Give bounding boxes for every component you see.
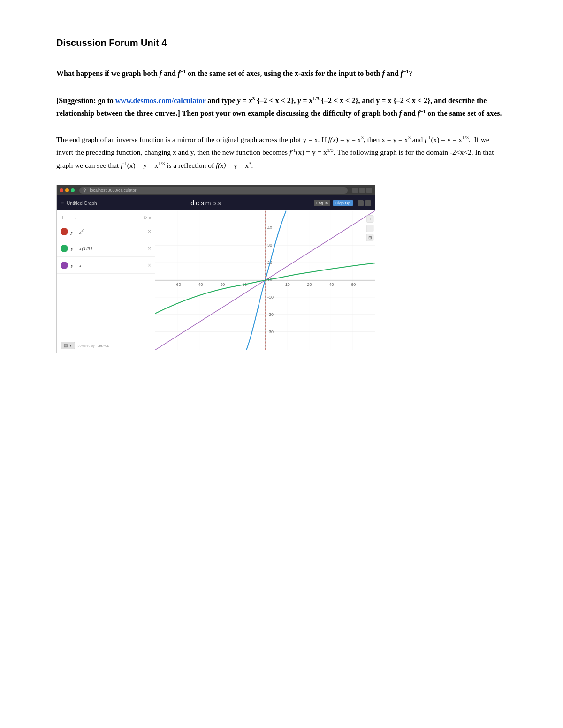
plus-icon: + <box>61 214 64 221</box>
svg-text:60: 60 <box>351 282 356 287</box>
desmos-settings-icon: ⚙ « <box>143 215 151 220</box>
expr-delete-2[interactable]: × <box>148 245 151 252</box>
desmos-topbar: ≡ Untitled Graph desmos Log In Sign Up <box>57 195 375 210</box>
eq2-pre: y = x <box>297 97 312 105</box>
svg-text:-60: -60 <box>175 282 181 287</box>
eq1: y = x <box>237 97 252 105</box>
powered-by: powered by <box>78 344 95 347</box>
desmos-title-label: desmos <box>102 199 311 207</box>
expr-row-2: y = x{1/3} × <box>57 240 155 257</box>
expr-delete-1[interactable]: × <box>148 228 151 235</box>
expr-row-3: y = x × <box>57 257 155 274</box>
svg-text:-20: -20 <box>267 312 274 317</box>
expr-text-2: y = x{1/3} <box>71 246 148 251</box>
question-block: What happens if we graph both f and f−1 … <box>56 67 507 80</box>
svg-text:-20: -20 <box>219 282 225 287</box>
expr-text-1: y = x3 <box>71 228 148 235</box>
desmos-svg: 40 30 20 10 -10 -20 -30 -60 -40 -20 -10 … <box>155 210 375 350</box>
svg-text:-30: -30 <box>267 330 274 334</box>
desmos-sidebar: + ← → ⚙ « y = x3 × y = x{1/3} × y = x × <box>57 210 155 350</box>
on-text: on the same set of axes, using the x-axi… <box>186 69 382 77</box>
finv-exp: −1 <box>180 68 186 74</box>
expr-delete-3[interactable]: × <box>148 262 151 269</box>
svg-text:10: 10 <box>285 282 290 287</box>
expr-color-3 <box>61 262 68 269</box>
desmos-untitled-label: Untitled Graph <box>67 201 97 206</box>
suggestion-end: on the same set of axes. <box>426 109 502 117</box>
suggestion-mid1: and type <box>205 97 237 105</box>
svg-text:−: − <box>368 226 371 231</box>
svg-text:-10: -10 <box>267 295 274 300</box>
and2: and <box>385 69 401 77</box>
expr-color-1 <box>61 228 68 235</box>
svg-text:40: 40 <box>267 226 272 231</box>
question-mark: ? <box>409 69 412 77</box>
desmos-add-row: + ← → ⚙ « <box>57 212 155 223</box>
range1: {–2 < x < 2}, <box>255 97 297 105</box>
finv3-exp: −1 <box>420 108 426 114</box>
desmos-image-btn[interactable]: ▤ ▾ <box>61 342 75 349</box>
page-title: Discussion Forum Unit 4 <box>56 38 507 48</box>
svg-text:+: + <box>369 216 372 222</box>
svg-text:20: 20 <box>307 282 312 287</box>
desmos-graph: 40 30 20 10 -10 -20 -30 -60 -40 -20 -10 … <box>155 210 375 350</box>
suggestion-open: [Suggestion: go to <box>56 97 115 105</box>
svg-text:40: 40 <box>329 282 334 287</box>
desmos-login-btn[interactable]: Log In <box>314 200 330 206</box>
svg-text:30: 30 <box>267 243 272 248</box>
finv2-exp: −1 <box>403 68 409 74</box>
body-text: The end graph of an inverse function is … <box>56 133 507 172</box>
desmos-screenshot: ⚲ localhost:3000/calculator ≡ Untitled G… <box>56 185 375 353</box>
desmos-footer: ▤ ▾ powered by desmos <box>61 342 109 349</box>
desmos-signup-btn[interactable]: Sign Up <box>333 200 353 206</box>
expr-color-2 <box>61 245 68 252</box>
and3: and <box>402 109 418 117</box>
svg-text:-40: -40 <box>197 282 203 287</box>
svg-text:⊞: ⊞ <box>368 235 372 240</box>
suggestion-block: [Suggestion: go to www.desmos.com/calcul… <box>56 94 507 120</box>
desmos-brand: desmos <box>98 344 109 347</box>
expr-row-1: y = x3 × <box>57 223 155 240</box>
and-text: and <box>162 69 178 77</box>
desmos-body: + ← → ⚙ « y = x3 × y = x{1/3} × y = x × <box>57 210 375 350</box>
question-intro: What happens if we graph both <box>56 69 160 77</box>
desmos-link[interactable]: www.desmos.com/calculator <box>115 97 206 105</box>
expr-text-3: y = x <box>71 263 148 268</box>
desmos-nav-label: ← → <box>66 215 77 220</box>
eq2-exp: 1/3 <box>312 96 319 101</box>
